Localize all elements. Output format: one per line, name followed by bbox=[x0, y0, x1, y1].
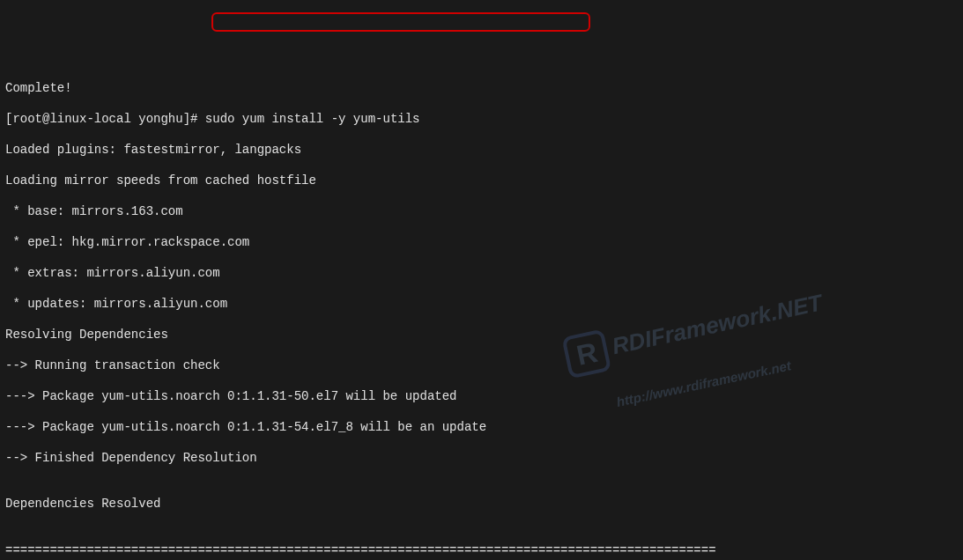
shell-prompt: [root@linux-local yonghu]# bbox=[5, 112, 197, 126]
command-text: sudo yum install -y yum-utils bbox=[205, 112, 420, 126]
output-line: Complete! bbox=[5, 81, 958, 97]
output-line: * updates: mirrors.aliyun.com bbox=[5, 297, 958, 313]
terminal-output: Complete! [root@linux-local yonghu]# sud… bbox=[5, 65, 958, 560]
output-line: --> Finished Dependency Resolution bbox=[5, 451, 958, 467]
output-line: ---> Package yum-utils.noarch 0:1.1.31-5… bbox=[5, 389, 958, 405]
output-line: Loading mirror speeds from cached hostfi… bbox=[5, 173, 958, 189]
table-separator: ========================================… bbox=[5, 543, 958, 559]
output-line: Dependencies Resolved bbox=[5, 497, 958, 512]
prompt-line[interactable]: [root@linux-local yonghu]# sudo yum inst… bbox=[5, 112, 958, 128]
output-line: --> Running transaction check bbox=[5, 358, 958, 374]
output-line: * epel: hkg.mirror.rackspace.com bbox=[5, 235, 958, 251]
output-line: Resolving Dependencies bbox=[5, 328, 958, 343]
output-line: * extras: mirrors.aliyun.com bbox=[5, 266, 958, 282]
output-line: Loaded plugins: fastestmirror, langpacks bbox=[5, 143, 958, 158]
annotation-command-highlight bbox=[211, 12, 590, 32]
output-line: * base: mirrors.163.com bbox=[5, 204, 958, 220]
output-line: ---> Package yum-utils.noarch 0:1.1.31-5… bbox=[5, 420, 958, 436]
